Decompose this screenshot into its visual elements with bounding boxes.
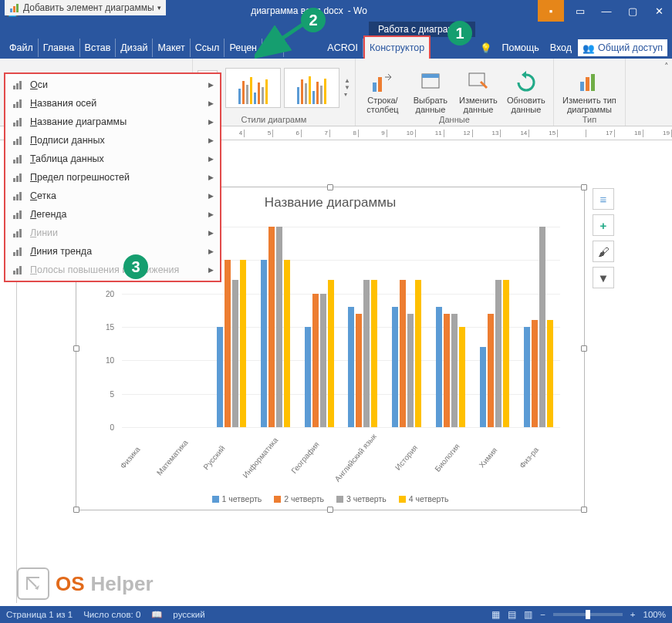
tab-login[interactable]: Вход: [545, 37, 576, 59]
gallery-up-icon[interactable]: ▲: [344, 77, 350, 84]
bar-group[interactable]: [516, 227, 560, 427]
dropdown-item[interactable]: Предел погрешностей▶: [5, 168, 220, 187]
svg-rect-11: [580, 82, 584, 91]
dropdown-item[interactable]: Оси▶: [5, 76, 220, 94]
tab-file[interactable]: Файл: [5, 37, 38, 59]
legend-item[interactable]: 1 четверть: [212, 494, 262, 503]
bar-group[interactable]: [385, 227, 429, 427]
legend-item[interactable]: 2 четверть: [274, 494, 324, 503]
doc-filename: диаграмма ворд.docx: [251, 5, 343, 16]
chart-style-2[interactable]: [284, 68, 339, 108]
svg-rect-14: [13, 86, 15, 89]
svg-rect-20: [13, 123, 15, 126]
dropdown-item[interactable]: Таблица данных▶: [5, 150, 220, 168]
page-indicator[interactable]: Страница 1 из 1: [6, 610, 73, 619]
chart-layouts-icon[interactable]: ≡: [593, 188, 614, 210]
zoom-in-icon[interactable]: +: [630, 610, 636, 619]
bar-group[interactable]: [253, 227, 297, 427]
x-axis-label: Физ-ра: [512, 439, 568, 496]
tab-layout[interactable]: Макет: [153, 37, 189, 59]
svg-rect-12: [586, 77, 589, 91]
chart-subicon: [12, 79, 24, 91]
chart-legend[interactable]: 1 четверть2 четверть3 четверть4 четверть: [76, 494, 584, 503]
svg-rect-40: [19, 229, 22, 237]
gallery-down-icon[interactable]: ▼: [344, 84, 350, 91]
zoom-out-icon[interactable]: −: [540, 610, 545, 619]
legend-item[interactable]: 3 четверть: [336, 494, 387, 503]
refresh-data-button[interactable]: Обновить данные: [504, 61, 549, 115]
switch-row-col-button[interactable]: Строка/ столбец: [360, 61, 405, 115]
bar-group[interactable]: [429, 227, 473, 427]
print-layout-icon[interactable]: ▤: [508, 609, 516, 620]
tab-design[interactable]: Дизай: [116, 37, 152, 59]
chart-styles-brush-icon[interactable]: 🖌: [593, 241, 614, 262]
zoom-slider[interactable]: [553, 613, 623, 616]
type-group-label: Тип: [559, 115, 620, 124]
submenu-arrow-icon: ▶: [208, 229, 214, 237]
dropdown-item[interactable]: Линия тренда▶: [5, 242, 220, 261]
chart-style-1[interactable]: [225, 68, 281, 108]
share-button[interactable]: 👥 Общий доступ: [578, 39, 667, 56]
dropdown-item[interactable]: Название диаграммы▶: [5, 113, 220, 131]
svg-rect-15: [16, 83, 19, 89]
tab-references[interactable]: Ссыл: [191, 37, 225, 59]
dropdown-item-label: Название диаграммы: [30, 116, 202, 127]
svg-rect-42: [16, 250, 19, 256]
chart-add-element-icon[interactable]: +: [593, 214, 614, 236]
gallery-more-icon[interactable]: ▾: [344, 91, 350, 98]
web-layout-icon[interactable]: ▥: [524, 609, 532, 620]
svg-rect-26: [13, 160, 15, 163]
select-data-button[interactable]: Выбрать данные: [408, 61, 453, 115]
dropdown-item[interactable]: Названия осей▶: [5, 94, 220, 113]
edit-data-button[interactable]: Изменить данные: [456, 61, 501, 115]
watermark-logo: OS Helper: [17, 567, 154, 600]
submenu-arrow-icon: ▶: [208, 155, 214, 163]
svg-rect-8: [422, 74, 439, 78]
help-icon[interactable]: 💡: [480, 42, 492, 54]
chart-subicon: [12, 153, 24, 165]
bar-group[interactable]: [341, 227, 385, 427]
add-chart-element-button[interactable]: Добавить элемент диаграммы ▾: [5, 0, 166, 15]
minimize-icon[interactable]: —: [593, 0, 620, 22]
svg-rect-29: [13, 178, 15, 182]
spellcheck-icon[interactable]: 📖: [151, 609, 162, 620]
svg-rect-41: [13, 252, 15, 256]
bar-group[interactable]: [297, 227, 341, 427]
change-chart-type-button[interactable]: Изменить тип диаграммы: [559, 61, 620, 115]
legend-item[interactable]: 4 четверть: [399, 494, 449, 503]
ribbon-options-icon[interactable]: ▭: [567, 0, 593, 22]
zoom-level[interactable]: 100%: [643, 610, 666, 619]
add-chart-element-label: Добавить элемент диаграммы: [23, 2, 154, 13]
svg-rect-35: [13, 215, 15, 219]
dropdown-item-label: Линии: [30, 227, 202, 238]
submenu-arrow-icon: ▶: [208, 118, 214, 126]
chart-filters-icon[interactable]: ▼: [593, 267, 614, 288]
dropdown-item-label: Оси: [30, 79, 202, 90]
word-count[interactable]: Число слов: 0: [83, 610, 140, 619]
chart-subicon: [12, 116, 24, 128]
pending-badge[interactable]: ▪: [538, 0, 564, 22]
chart-subicon: [12, 171, 24, 184]
bar-group[interactable]: [472, 227, 516, 427]
svg-rect-28: [19, 155, 22, 163]
submenu-arrow-icon: ▶: [208, 81, 214, 89]
dropdown-item-label: Линия тренда: [30, 246, 202, 257]
tab-insert[interactable]: Встав: [80, 37, 116, 59]
ribbon-collapse-icon[interactable]: ˄: [664, 62, 669, 72]
dropdown-item[interactable]: Сетка▶: [5, 187, 220, 205]
read-mode-icon[interactable]: ▦: [491, 609, 500, 620]
submenu-arrow-icon: ▶: [208, 136, 214, 144]
svg-rect-23: [13, 141, 15, 145]
dropdown-item[interactable]: Легенда▶: [5, 205, 220, 224]
select-data-icon: [419, 71, 442, 94]
language-indicator[interactable]: русский: [173, 610, 204, 619]
dropdown-item[interactable]: Подписи данных▶: [5, 131, 220, 150]
dropdown-item-label: Предел погрешностей: [30, 172, 202, 183]
svg-rect-27: [16, 157, 19, 163]
chart-subicon: [12, 264, 24, 276]
tab-home[interactable]: Главна: [39, 37, 79, 59]
tab-help[interactable]: Помощь: [497, 37, 543, 59]
maximize-icon[interactable]: ▢: [620, 0, 646, 22]
svg-rect-22: [19, 118, 22, 126]
close-icon[interactable]: ✕: [646, 0, 672, 22]
